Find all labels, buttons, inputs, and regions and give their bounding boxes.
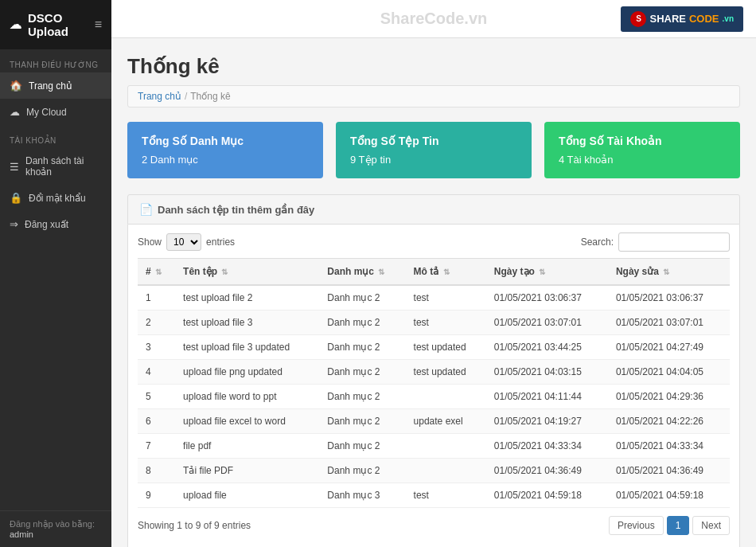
cell-id: 8 bbox=[138, 459, 175, 483]
cell-name: upload file word to ppt bbox=[175, 385, 319, 409]
cell-id: 6 bbox=[138, 409, 175, 434]
cell-modified: 01/05/2021 03:06:37 bbox=[608, 285, 730, 311]
cell-category: Danh mục 2 bbox=[319, 360, 405, 385]
page-title: Thống kê bbox=[127, 54, 740, 79]
menu-icon[interactable]: ≡ bbox=[95, 18, 102, 32]
cloud-icon: ☁ bbox=[10, 106, 20, 118]
cell-desc: test updated bbox=[406, 335, 486, 360]
sidebar-bottom: Đăng nhập vào bằng: admin bbox=[0, 510, 111, 547]
topbar-watermark: ShareCode.vn bbox=[380, 10, 487, 28]
table-row: 6 upload file excel to word Danh mục 2 u… bbox=[138, 409, 730, 434]
cell-category: Danh mục 2 bbox=[319, 311, 405, 335]
login-user: admin bbox=[10, 529, 33, 539]
stat-card-files-title: Tổng Số Tệp Tin bbox=[350, 135, 517, 147]
cell-desc bbox=[406, 385, 486, 409]
sidebar-item-mycloud[interactable]: ☁ My Cloud bbox=[0, 99, 111, 125]
table-controls: Show 10 25 50 entries Search: bbox=[138, 225, 730, 258]
show-entries: Show 10 25 50 entries bbox=[138, 233, 235, 251]
cell-modified: 01/05/2021 04:27:49 bbox=[608, 335, 730, 360]
cell-created: 01/05/2021 04:03:15 bbox=[486, 360, 608, 385]
sidebar-item-change-password-label: Đổi mật khẩu bbox=[29, 193, 86, 204]
table-row: 2 test upload file 3 Danh mục 2 test 01/… bbox=[138, 311, 730, 335]
breadcrumb-home-link[interactable]: Trang chủ bbox=[138, 91, 181, 102]
stat-card-files: Tổng Số Tệp Tin 9 Tệp tin bbox=[336, 122, 532, 178]
table-row: 8 Tải file PDF Danh mục 2 01/05/2021 04:… bbox=[138, 459, 730, 483]
sidebar-item-change-password[interactable]: 🔒 Đổi mật khẩu bbox=[0, 185, 111, 211]
pagination-buttons: Previous 1 Next bbox=[609, 516, 730, 535]
col-created[interactable]: Ngày tạo ⇅ bbox=[486, 259, 608, 286]
stat-card-categories-value: 2 Danh mục bbox=[142, 154, 309, 166]
cell-category: Danh mục 2 bbox=[319, 385, 405, 409]
cell-category: Danh mục 2 bbox=[319, 335, 405, 360]
sidebar: ☁ DSCO Upload ≡ THANH ĐIỀU HƯỚNG 🏠 Trang… bbox=[0, 0, 111, 547]
sidebar-item-accounts-label: Danh sách tài khoản bbox=[25, 155, 102, 178]
cell-modified: 01/05/2021 04:36:49 bbox=[608, 459, 730, 483]
cell-desc: test bbox=[406, 285, 486, 311]
sidebar-item-logout-label: Đăng xuất bbox=[25, 219, 68, 230]
stat-card-accounts-title: Tổng Số Tài Khoản bbox=[559, 135, 726, 147]
entries-select[interactable]: 10 25 50 bbox=[166, 233, 201, 251]
cell-modified: 01/05/2021 04:04:05 bbox=[608, 360, 730, 385]
cell-desc: test updated bbox=[406, 360, 486, 385]
list-icon: ☰ bbox=[10, 161, 19, 173]
sidebar-item-mycloud-label: My Cloud bbox=[26, 107, 67, 118]
logo-circle: S bbox=[630, 11, 646, 27]
previous-button[interactable]: Previous bbox=[609, 516, 664, 535]
breadcrumb: Trang chủ / Thống kê bbox=[127, 85, 740, 107]
sidebar-item-logout[interactable]: ⇒ Đăng xuất bbox=[0, 211, 111, 237]
topbar: ShareCode.vn S SHARECODE.vn bbox=[111, 0, 756, 38]
pagination-row: Showing 1 to 9 of 9 entries Previous 1 N… bbox=[138, 508, 730, 538]
cell-desc: test bbox=[406, 311, 486, 335]
table-row: 9 upload file Danh mục 3 test 01/05/2021… bbox=[138, 483, 730, 508]
table-row: 4 upload file png updated Danh mục 2 tes… bbox=[138, 360, 730, 385]
data-table: # ⇅ Tên tệp ⇅ Danh mục ⇅ Mô tả ⇅ Ngày tạ… bbox=[138, 258, 730, 508]
cell-category: Danh mục 2 bbox=[319, 285, 405, 311]
cell-id: 3 bbox=[138, 335, 175, 360]
col-desc[interactable]: Mô tả ⇅ bbox=[406, 259, 486, 286]
cell-created: 01/05/2021 04:11:44 bbox=[486, 385, 608, 409]
showing-text: Showing 1 to 9 of 9 entries bbox=[138, 520, 251, 531]
cell-desc bbox=[406, 434, 486, 459]
cell-created: 01/05/2021 04:59:18 bbox=[486, 483, 608, 508]
col-category[interactable]: Danh mục ⇅ bbox=[319, 259, 405, 286]
sidebar-item-home-label: Trang chủ bbox=[29, 80, 72, 92]
cell-desc: test bbox=[406, 483, 486, 508]
logo-code: CODE bbox=[689, 13, 719, 25]
logo-icon: ☁ bbox=[10, 18, 21, 32]
logout-icon: ⇒ bbox=[10, 218, 18, 230]
page-1-button[interactable]: 1 bbox=[667, 516, 690, 535]
search-input[interactable] bbox=[618, 232, 730, 252]
login-label: Đăng nhập vào bằng: bbox=[10, 519, 102, 529]
table-row: 7 file pdf Danh mục 2 01/05/2021 04:33:3… bbox=[138, 434, 730, 459]
cell-name: upload file excel to word bbox=[175, 409, 319, 434]
col-modified[interactable]: Ngày sửa ⇅ bbox=[608, 259, 730, 286]
sidebar-item-home[interactable]: 🏠 Trang chủ bbox=[0, 72, 111, 99]
cell-id: 5 bbox=[138, 385, 175, 409]
search-label: Search: bbox=[581, 236, 614, 248]
logo-vn: .vn bbox=[723, 14, 734, 23]
next-button[interactable]: Next bbox=[692, 516, 730, 535]
stat-card-accounts: Tổng Số Tài Khoản 4 Tài khoản bbox=[544, 122, 740, 178]
stat-card-accounts-value: 4 Tài khoản bbox=[559, 154, 726, 166]
lock-icon: 🔒 bbox=[10, 192, 22, 204]
cell-created: 01/05/2021 04:19:27 bbox=[486, 409, 608, 434]
breadcrumb-current: Thống kê bbox=[190, 91, 230, 102]
table-row: 5 upload file word to ppt Danh mục 2 01/… bbox=[138, 385, 730, 409]
table-row: 1 test upload file 2 Danh mục 2 test 01/… bbox=[138, 285, 730, 311]
col-id[interactable]: # ⇅ bbox=[138, 259, 175, 286]
file-list-icon: 📄 bbox=[139, 203, 153, 216]
col-name[interactable]: Tên tệp ⇅ bbox=[175, 259, 319, 286]
table-row: 3 test upload file 3 updated Danh mục 2 … bbox=[138, 335, 730, 360]
logo-share: SHARE bbox=[649, 13, 686, 25]
sidebar-item-accounts[interactable]: ☰ Danh sách tài khoản bbox=[0, 148, 111, 185]
cell-id: 7 bbox=[138, 434, 175, 459]
cell-name: upload file bbox=[175, 483, 319, 508]
cell-modified: 01/05/2021 04:22:26 bbox=[608, 409, 730, 434]
cell-id: 2 bbox=[138, 311, 175, 335]
cell-modified: 01/05/2021 03:07:01 bbox=[608, 311, 730, 335]
stat-card-files-value: 9 Tệp tin bbox=[350, 154, 517, 166]
cell-created: 01/05/2021 03:44:25 bbox=[486, 335, 608, 360]
cell-name: test upload file 3 updated bbox=[175, 335, 319, 360]
entries-label: entries bbox=[206, 236, 235, 248]
account-section-label: TÀI KHOẢN bbox=[0, 125, 111, 148]
